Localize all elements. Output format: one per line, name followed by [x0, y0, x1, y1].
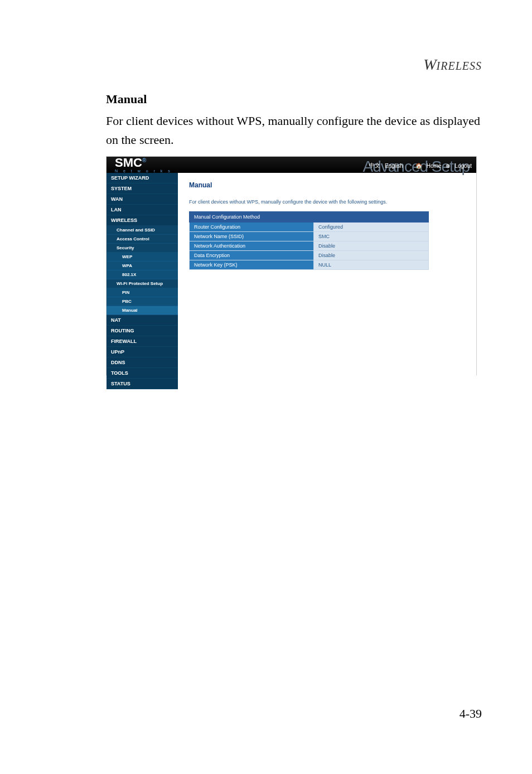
nav-firewall[interactable]: FIREWALL	[107, 336, 178, 347]
panel-header: SMC® N e t w o r k s Advanced Setup 中文 E…	[107, 157, 476, 173]
logo-registered: ®	[142, 157, 146, 163]
page-number: 4-39	[460, 707, 482, 721]
header-w: W	[423, 56, 436, 73]
table-row: Network Key (PSK) NULL	[190, 260, 429, 270]
nav-pbc[interactable]: PBC	[107, 297, 178, 306]
nav-routing[interactable]: ROUTING	[107, 326, 178, 336]
nav-wireless[interactable]: WIRELESS	[107, 215, 178, 226]
lang-english-link[interactable]: English	[385, 163, 403, 169]
row-label: Network Authentication	[190, 241, 314, 251]
router-admin-screenshot: SMC® N e t w o r k s Advanced Setup 中文 E…	[106, 156, 477, 375]
row-value: NULL	[314, 260, 429, 270]
nav-sidebar: SETUP WIZARD SYSTEM WAN LAN WIRELESS Cha…	[107, 173, 178, 389]
nav-wep[interactable]: WEP	[107, 253, 178, 262]
nav-wan[interactable]: WAN	[107, 194, 178, 205]
content-title: Manual	[189, 181, 465, 189]
row-value: SMC	[314, 232, 429, 241]
panel-body: SETUP WIZARD SYSTEM WAN LAN WIRELESS Cha…	[107, 173, 476, 389]
table-row: Data Encryption Disable	[190, 251, 429, 260]
nav-access-control[interactable]: Access Control	[107, 235, 178, 244]
logo-text: SMC	[115, 156, 142, 170]
table-row: Router Configuration Configured	[190, 222, 429, 232]
nav-status[interactable]: STATUS	[107, 379, 178, 389]
nav-ddns[interactable]: DDNS	[107, 357, 178, 368]
nav-upnp[interactable]: UPnP	[107, 347, 178, 357]
row-label: Network Key (PSK)	[190, 260, 314, 270]
nav-system[interactable]: SYSTEM	[107, 183, 178, 194]
nav-wpa[interactable]: WPA	[107, 262, 178, 270]
section-title: Manual	[106, 92, 147, 107]
row-label: Network Name (SSID)	[190, 232, 314, 241]
table-header: Manual Configuration Method	[190, 212, 429, 222]
nav-lan[interactable]: LAN	[107, 205, 178, 215]
nav-setup-wizard[interactable]: SETUP WIZARD	[107, 173, 178, 183]
row-value: Disable	[314, 241, 429, 251]
intro-paragraph: For client devices without WPS, manually…	[106, 112, 482, 149]
nav-pin[interactable]: PIN	[107, 288, 178, 297]
content-area: Manual For client devices without WPS, m…	[178, 173, 476, 389]
table-row: Network Authentication Disable	[190, 241, 429, 251]
home-icon: 🏠	[415, 163, 422, 169]
top-link-bar: 中文 English 🏠Home ⊗Logout	[369, 162, 472, 170]
header-rest: IRELESS	[437, 60, 482, 72]
config-table: Manual Configuration Method Router Confi…	[189, 211, 429, 270]
nav-channel-ssid[interactable]: Channel and SSID	[107, 226, 178, 235]
table-row: Network Name (SSID) SMC	[190, 232, 429, 241]
row-label: Router Configuration	[190, 222, 314, 232]
smc-logo: SMC® N e t w o r k s	[115, 157, 172, 173]
logout-link[interactable]: Logout	[454, 163, 472, 169]
page-header: WIRELESS	[423, 56, 482, 74]
nav-manual[interactable]: Manual	[107, 306, 178, 315]
nav-nat[interactable]: NAT	[107, 315, 178, 326]
logout-icon: ⊗	[446, 163, 450, 169]
content-description: For client devices without WPS, manually…	[189, 199, 465, 205]
nav-tools[interactable]: TOOLS	[107, 368, 178, 379]
home-link[interactable]: Home	[427, 163, 442, 169]
nav-8021x[interactable]: 802.1X	[107, 270, 178, 279]
row-value: Disable	[314, 251, 429, 260]
row-value: Configured	[314, 222, 429, 232]
nav-security[interactable]: Security	[107, 244, 178, 253]
lang-chinese-link[interactable]: 中文	[369, 162, 380, 170]
row-label: Data Encryption	[190, 251, 314, 260]
logo-subtitle: N e t w o r k s	[115, 169, 172, 173]
nav-wifi-protected[interactable]: Wi-Fi Protected Setup	[107, 279, 178, 288]
